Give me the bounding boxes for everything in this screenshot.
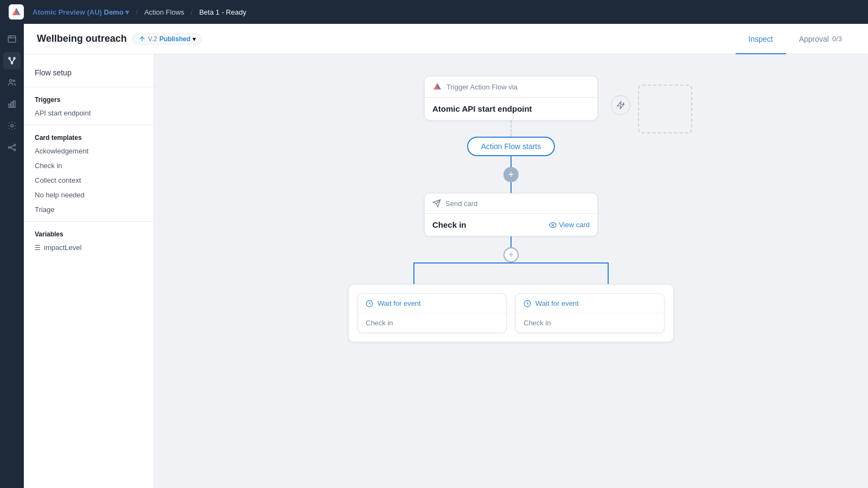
clock-icon-right <box>524 300 531 307</box>
svg-point-5 <box>9 57 10 59</box>
rail-connections[interactable] <box>3 139 21 156</box>
sidebar-item-triage[interactable]: Triage <box>24 202 154 217</box>
branch-v-right <box>608 262 609 284</box>
app-name-link[interactable]: Atomic Preview (AU) Demo ▾ <box>33 8 129 16</box>
branch-right-body: Check in <box>516 313 664 332</box>
dashed-placeholder <box>638 85 692 133</box>
connector-solid-2 <box>510 182 512 193</box>
rail-settings[interactable] <box>3 117 21 134</box>
trigger-node-body: Atomic API start endpoint <box>425 98 597 120</box>
sidebar: Flow setup Triggers API start endpoint C… <box>24 54 154 488</box>
sidebar-item-collect[interactable]: Collect context <box>24 173 154 188</box>
breadcrumb-sep-2: / <box>191 8 193 16</box>
trigger-node-header: Trigger Action Flow via <box>425 76 597 98</box>
connector-solid-3 <box>510 236 512 247</box>
svg-rect-2 <box>8 36 16 42</box>
svg-point-6 <box>14 57 15 59</box>
sidebar-item-flow-setup[interactable]: Flow setup <box>24 63 154 82</box>
rail-flows[interactable] <box>3 52 21 69</box>
flow-starts-pill[interactable]: Action Flow starts <box>467 137 555 156</box>
upload-icon <box>138 35 146 43</box>
icon-rail <box>0 24 24 488</box>
send-card-header: Send card <box>425 194 597 214</box>
add-right-button[interactable] <box>611 95 630 115</box>
svg-point-11 <box>13 80 15 82</box>
sidebar-cards-section: Card templates Ackowledgement Check in C… <box>24 130 154 217</box>
version-dropdown-icon: ▾ <box>193 35 196 43</box>
svg-line-9 <box>12 59 15 62</box>
rail-users[interactable] <box>3 74 21 91</box>
approval-count: 0/3 <box>832 35 842 43</box>
eye-icon <box>549 221 557 229</box>
tab-approval[interactable]: Approval 0/3 <box>786 24 855 54</box>
main-layout: Wellbeing outreach V.2 Published ▾ Inspe… <box>0 24 868 488</box>
version-label: V.2 <box>148 35 157 43</box>
branch-right-header: Wait for event <box>516 294 664 313</box>
demo-label: Demo <box>104 8 124 16</box>
sidebar-item-api-start[interactable]: API start endpoint <box>24 106 154 120</box>
svg-point-16 <box>8 147 10 149</box>
rail-home[interactable] <box>3 30 21 48</box>
canvas[interactable]: Trigger Action Flow via Atomic API start… <box>154 54 868 488</box>
lightning-plus-icon <box>616 101 625 110</box>
branch-right-node[interactable]: Wait for event Check in <box>515 293 665 333</box>
svg-point-18 <box>14 149 15 151</box>
svg-line-19 <box>10 145 14 147</box>
dropdown-icon: ▾ <box>125 8 129 16</box>
trigger-header-text: Trigger Action Flow via <box>446 83 518 91</box>
sidebar-item-ack[interactable]: Ackowledgement <box>24 144 154 158</box>
branch-left-node[interactable]: Wait for event Check in <box>358 293 507 333</box>
merge-container: Wait for event Check in Wait <box>348 284 674 342</box>
sidebar-divider-2 <box>24 125 154 125</box>
header-tabs: Inspect Approval 0/3 <box>736 24 855 54</box>
branch-connector-area <box>348 262 674 284</box>
status-badge: Published <box>159 35 190 43</box>
header-left: Wellbeing outreach V.2 Published ▾ <box>37 33 202 44</box>
body-split: Flow setup Triggers API start endpoint C… <box>24 54 868 488</box>
svg-rect-13 <box>11 102 12 107</box>
svg-line-20 <box>10 147 14 150</box>
add-btn-1[interactable]: + <box>503 167 519 182</box>
action-flows-link[interactable]: Action Flows <box>144 8 184 16</box>
trigger-node[interactable]: Trigger Action Flow via Atomic API start… <box>424 76 598 120</box>
view-card-link[interactable]: View card <box>549 221 590 229</box>
sidebar-triggers-heading: Triggers <box>24 92 154 106</box>
sidebar-variables-section: Variables ☰ impactLevel <box>24 226 154 255</box>
svg-point-7 <box>11 62 12 64</box>
app-name-text: Atomic Preview (AU) <box>33 8 102 16</box>
list-icon: ☰ <box>35 244 41 252</box>
atomic-logo-icon <box>432 82 442 92</box>
version-badge[interactable]: V.2 Published ▾ <box>132 34 202 44</box>
flow-wrapper: Trigger Action Flow via Atomic API start… <box>348 76 674 466</box>
sidebar-item-nohelp[interactable]: No help needed <box>24 188 154 202</box>
sidebar-triggers-section: Triggers API start endpoint <box>24 92 154 120</box>
tab-inspect[interactable]: Inspect <box>736 24 786 54</box>
sidebar-variables-heading: Variables <box>24 226 154 240</box>
send-card-node[interactable]: Send card Check in View card <box>424 193 598 236</box>
connector-solid-1 <box>510 156 512 167</box>
sidebar-item-impactlevel[interactable]: ☰ impactLevel <box>24 240 154 255</box>
page-header: Wellbeing outreach V.2 Published ▾ Inspe… <box>24 24 868 54</box>
sidebar-item-checkin[interactable]: Check in <box>24 158 154 173</box>
branch-v-left <box>413 262 414 284</box>
send-card-body: Check in View card <box>425 214 597 236</box>
branch-left-header: Wait for event <box>358 294 506 313</box>
add-btn-2[interactable]: + <box>503 247 519 262</box>
logo[interactable] <box>9 4 24 20</box>
svg-point-10 <box>9 80 12 82</box>
breadcrumb-sep-1: / <box>136 8 138 16</box>
svg-point-17 <box>14 144 15 146</box>
sidebar-flow-setup-section: Flow setup <box>24 63 154 82</box>
content-area: Wellbeing outreach V.2 Published ▾ Inspe… <box>24 24 868 488</box>
branch-left-body: Check in <box>358 313 506 332</box>
send-card-header-text: Send card <box>445 200 477 208</box>
svg-line-8 <box>9 59 12 62</box>
page-title: Wellbeing outreach <box>37 33 127 44</box>
branch-h-line <box>413 262 609 264</box>
rail-analytics[interactable] <box>3 95 21 113</box>
send-icon <box>432 199 441 208</box>
sidebar-divider-3 <box>24 221 154 222</box>
trigger-node-wrapper: Trigger Action Flow via Atomic API start… <box>348 76 674 120</box>
svg-point-27 <box>552 224 554 226</box>
sidebar-cards-heading: Card templates <box>24 130 154 144</box>
